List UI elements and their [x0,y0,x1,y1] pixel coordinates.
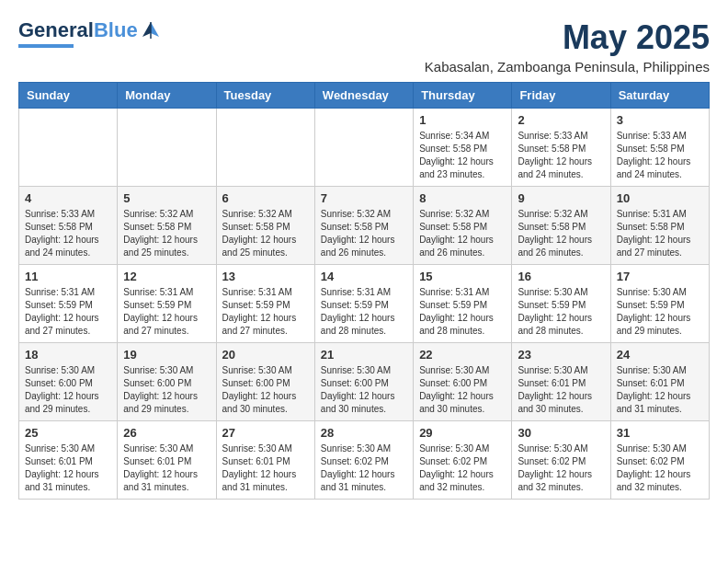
day-number: 18 [25,348,111,362]
col-header-wednesday: Wednesday [314,83,413,109]
calendar-week-5: 25Sunrise: 5:30 AMSunset: 6:01 PMDayligh… [19,421,710,500]
day-number: 15 [419,270,506,283]
day-number: 1 [419,113,506,127]
day-number: 14 [321,270,407,283]
calendar-cell: 28Sunrise: 5:30 AMSunset: 6:02 PMDayligh… [314,421,413,500]
calendar-cell: 26Sunrise: 5:30 AMSunset: 6:01 PMDayligh… [118,421,216,500]
logo-text-blue: Blue [94,18,138,42]
day-info: Sunrise: 5:30 AMSunset: 6:01 PMDaylight:… [222,442,309,494]
calendar-cell [118,109,216,187]
day-info: Sunrise: 5:32 AMSunset: 5:58 PMDaylight:… [321,208,407,259]
day-info: Sunrise: 5:30 AMSunset: 6:00 PMDaylight:… [25,364,111,416]
day-info: Sunrise: 5:30 AMSunset: 6:02 PMDaylight:… [321,442,407,494]
day-number: 25 [25,426,111,440]
day-info: Sunrise: 5:30 AMSunset: 6:02 PMDaylight:… [518,442,604,494]
day-info: Sunrise: 5:33 AMSunset: 5:58 PMDaylight:… [617,130,703,181]
day-info: Sunrise: 5:30 AMSunset: 6:01 PMDaylight:… [617,364,703,416]
day-number: 29 [419,426,506,440]
calendar-cell: 6Sunrise: 5:32 AMSunset: 5:58 PMDaylight… [216,187,314,265]
col-header-sunday: Sunday [19,83,118,109]
day-number: 26 [123,426,210,440]
calendar-cell: 7Sunrise: 5:32 AMSunset: 5:58 PMDaylight… [314,187,413,265]
calendar-cell: 14Sunrise: 5:31 AMSunset: 5:59 PMDayligh… [314,265,413,343]
subtitle: Kabasalan, Zamboanga Peninsula, Philippi… [425,59,710,75]
calendar-cell: 11Sunrise: 5:31 AMSunset: 5:59 PMDayligh… [19,265,118,343]
day-info: Sunrise: 5:32 AMSunset: 5:58 PMDaylight:… [518,208,604,259]
logo-icon [141,20,161,40]
calendar-cell [216,109,314,187]
day-number: 9 [518,191,604,205]
day-info: Sunrise: 5:33 AMSunset: 5:58 PMDaylight:… [518,130,604,181]
calendar-cell: 10Sunrise: 5:31 AMSunset: 5:58 PMDayligh… [610,187,709,265]
calendar-cell: 1Sunrise: 5:34 AMSunset: 5:58 PMDaylight… [414,109,512,187]
logo: General Blue [18,18,161,48]
day-info: Sunrise: 5:30 AMSunset: 6:00 PMDaylight:… [419,364,506,416]
calendar-cell: 23Sunrise: 5:30 AMSunset: 6:01 PMDayligh… [512,343,610,421]
day-number: 19 [123,348,210,362]
day-info: Sunrise: 5:31 AMSunset: 5:59 PMDaylight:… [25,286,111,338]
calendar-cell: 27Sunrise: 5:30 AMSunset: 6:01 PMDayligh… [216,421,314,500]
day-number: 3 [617,113,703,127]
title-area: May 2025 Kabasalan, Zamboanga Peninsula,… [425,18,710,75]
calendar-cell: 30Sunrise: 5:30 AMSunset: 6:02 PMDayligh… [512,421,610,500]
day-number: 8 [419,191,506,205]
day-number: 2 [518,113,604,127]
day-info: Sunrise: 5:31 AMSunset: 5:58 PMDaylight:… [617,208,703,259]
calendar-cell: 17Sunrise: 5:30 AMSunset: 5:59 PMDayligh… [610,265,709,343]
day-number: 6 [222,191,309,205]
calendar-cell: 21Sunrise: 5:30 AMSunset: 6:00 PMDayligh… [314,343,413,421]
day-number: 11 [25,270,111,283]
calendar-cell: 5Sunrise: 5:32 AMSunset: 5:58 PMDaylight… [118,187,216,265]
day-info: Sunrise: 5:32 AMSunset: 5:58 PMDaylight:… [123,208,210,259]
day-info: Sunrise: 5:30 AMSunset: 6:00 PMDaylight:… [222,364,309,416]
day-number: 16 [518,270,604,283]
day-info: Sunrise: 5:33 AMSunset: 5:58 PMDaylight:… [25,208,111,259]
day-info: Sunrise: 5:30 AMSunset: 5:59 PMDaylight:… [518,286,604,338]
calendar-cell: 25Sunrise: 5:30 AMSunset: 6:01 PMDayligh… [19,421,118,500]
day-number: 22 [419,348,506,362]
calendar-week-1: 1Sunrise: 5:34 AMSunset: 5:58 PMDaylight… [19,109,710,187]
calendar-cell: 8Sunrise: 5:32 AMSunset: 5:58 PMDaylight… [414,187,512,265]
calendar-cell: 15Sunrise: 5:31 AMSunset: 5:59 PMDayligh… [414,265,512,343]
day-info: Sunrise: 5:31 AMSunset: 5:59 PMDaylight:… [123,286,210,338]
col-header-thursday: Thursday [414,83,512,109]
calendar-cell: 4Sunrise: 5:33 AMSunset: 5:58 PMDaylight… [19,187,118,265]
day-info: Sunrise: 5:31 AMSunset: 5:59 PMDaylight:… [419,286,506,338]
col-header-monday: Monday [118,83,216,109]
day-info: Sunrise: 5:34 AMSunset: 5:58 PMDaylight:… [419,130,506,181]
day-number: 23 [518,348,604,362]
day-number: 12 [123,270,210,283]
day-number: 5 [123,191,210,205]
calendar-cell: 12Sunrise: 5:31 AMSunset: 5:59 PMDayligh… [118,265,216,343]
day-info: Sunrise: 5:31 AMSunset: 5:59 PMDaylight:… [222,286,309,338]
calendar-week-3: 11Sunrise: 5:31 AMSunset: 5:59 PMDayligh… [19,265,710,343]
col-header-saturday: Saturday [610,83,709,109]
day-info: Sunrise: 5:30 AMSunset: 6:01 PMDaylight:… [518,364,604,416]
day-info: Sunrise: 5:32 AMSunset: 5:58 PMDaylight:… [419,208,506,259]
day-number: 30 [518,426,604,440]
calendar-cell: 2Sunrise: 5:33 AMSunset: 5:58 PMDaylight… [512,109,610,187]
main-title: May 2025 [425,18,710,57]
day-info: Sunrise: 5:31 AMSunset: 5:59 PMDaylight:… [321,286,407,338]
day-info: Sunrise: 5:32 AMSunset: 5:58 PMDaylight:… [222,208,309,259]
calendar-cell: 13Sunrise: 5:31 AMSunset: 5:59 PMDayligh… [216,265,314,343]
calendar-cell: 18Sunrise: 5:30 AMSunset: 6:00 PMDayligh… [19,343,118,421]
day-number: 28 [321,426,407,440]
day-info: Sunrise: 5:30 AMSunset: 6:00 PMDaylight:… [321,364,407,416]
calendar-cell: 9Sunrise: 5:32 AMSunset: 5:58 PMDaylight… [512,187,610,265]
calendar-week-4: 18Sunrise: 5:30 AMSunset: 6:00 PMDayligh… [19,343,710,421]
svg-marker-0 [151,22,159,37]
day-number: 7 [321,191,407,205]
calendar-cell: 20Sunrise: 5:30 AMSunset: 6:00 PMDayligh… [216,343,314,421]
calendar-cell: 16Sunrise: 5:30 AMSunset: 5:59 PMDayligh… [512,265,610,343]
day-number: 13 [222,270,309,283]
day-number: 10 [617,191,703,205]
header: General Blue May 2025 Kabasalan, Zamboan… [18,18,710,75]
day-info: Sunrise: 5:30 AMSunset: 6:00 PMDaylight:… [123,364,210,416]
logo-bar [18,44,74,48]
calendar-cell: 29Sunrise: 5:30 AMSunset: 6:02 PMDayligh… [414,421,512,500]
day-number: 4 [25,191,111,205]
day-info: Sunrise: 5:30 AMSunset: 5:59 PMDaylight:… [617,286,703,338]
day-info: Sunrise: 5:30 AMSunset: 6:01 PMDaylight:… [123,442,210,494]
day-number: 20 [222,348,309,362]
